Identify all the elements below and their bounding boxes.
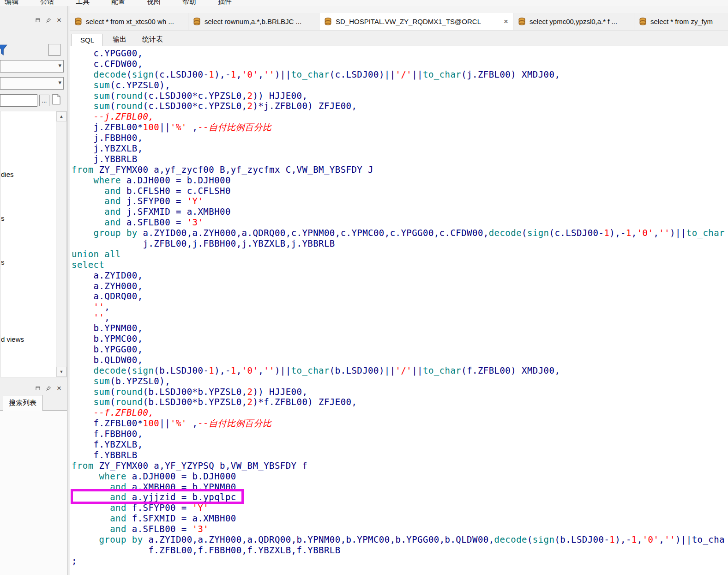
restore-icon[interactable] <box>35 17 41 24</box>
object-browser-sidebar: × ▾ ▾ ... dies s s d views ▲ ▼ × <box>0 6 68 575</box>
code-line[interactable]: --f.ZFBL00, <box>72 407 728 418</box>
new-file-icon[interactable] <box>52 93 61 105</box>
code-line[interactable]: and f.SFXMID = a.XMBH00 <box>72 513 728 524</box>
code-line[interactable]: j.ZFBL00,j.FBBH00,j.YBZXLB,j.YBBRLB <box>72 238 728 249</box>
restore-icon[interactable] <box>35 385 41 392</box>
code-line[interactable]: f.ZFBL00*100||'%' ,--自付比例百分比 <box>72 418 728 429</box>
code-line[interactable]: c.YPGG00, <box>72 48 728 59</box>
chevron-down-icon: ▾ <box>58 79 61 86</box>
browse-ellipsis-button[interactable]: ... <box>39 95 49 106</box>
tab-document-5[interactable]: select * from zy_fym <box>634 13 728 30</box>
scroll-down-icon[interactable]: ▼ <box>56 367 66 377</box>
object-tree[interactable]: dies s s d views ▲ ▼ <box>0 111 67 377</box>
code-line[interactable]: j.FBBH00, <box>72 133 728 143</box>
view-tab-bar: SQL 输出 统计表 <box>70 30 728 46</box>
code-line[interactable]: j.ZFBL00*100||'%' ,--自付比例百分比 <box>72 122 728 133</box>
database-icon <box>193 18 201 25</box>
sql-editor[interactable]: c.YPGG00, c.CFDW00, decode(sign(c.LSDJ00… <box>70 46 728 575</box>
code-line[interactable]: b.YPGG00, <box>72 344 728 355</box>
database-icon <box>74 18 82 25</box>
pin-icon[interactable] <box>45 17 52 24</box>
code-line[interactable]: sum(b.YPZSL0), <box>72 376 728 387</box>
code-line[interactable]: union all <box>72 249 728 260</box>
code-line[interactable]: f.ZFBL00,f.FBBH00,f.YBZXLB,f.YBBRLB <box>72 545 728 556</box>
tab-search-list[interactable]: 搜索列表 <box>3 395 42 411</box>
tab-document-1[interactable]: select * from xt_xtcs00 wh ... <box>70 13 188 30</box>
tab-label: select * from xt_xtcs00 wh ... <box>86 18 174 25</box>
code-line[interactable]: b.YPMC00, <box>72 333 728 344</box>
code-line[interactable]: c.CFDW00, <box>72 59 728 69</box>
code-line[interactable]: and f.SFYP00 = 'Y' <box>72 502 728 513</box>
code-line[interactable]: j.YBZXLB, <box>72 143 728 154</box>
code-line[interactable]: and j.SFYP00 = 'Y' <box>72 196 728 206</box>
browser-option-button[interactable] <box>48 44 60 56</box>
code-line[interactable]: where a.DJH000 = b.DJH000 <box>72 471 728 482</box>
code-line[interactable]: --j.ZFBL00, <box>72 111 728 122</box>
tab-label: select rownum,a.*,b.BRLBJC ... <box>205 18 301 25</box>
code-line[interactable]: and j.SFXMID = a.XMBH00 <box>72 206 728 217</box>
menu-item-session[interactable]: 会话 <box>40 0 54 6</box>
code-line[interactable]: from ZY_FYMX00 a,yf_zycf00 B,yf_zycfmx C… <box>72 164 728 175</box>
code-line[interactable]: sum(round(c.LSDJ00*c.YPZSL0,2)*j.ZFBL00)… <box>72 101 728 111</box>
code-line[interactable]: from ZY_FYMX00 a,YF_YZYPSQ b,VW_BM_YBSFD… <box>72 460 728 471</box>
code-line[interactable]: f.FBBH00, <box>72 429 728 439</box>
scroll-up-icon[interactable]: ▲ <box>56 111 66 121</box>
code-line[interactable]: select <box>72 260 728 270</box>
filter-icon[interactable] <box>0 44 7 56</box>
code-line[interactable]: group by a.ZYID00,a.ZYH000,a.QDRQ00,c.YP… <box>72 228 728 238</box>
code-line[interactable]: sum(round(b.LSDJ00*b.YPZSL0,2)) HJJE00, <box>72 387 728 397</box>
close-tab-icon[interactable]: × <box>500 18 508 25</box>
close-icon[interactable]: × <box>56 17 62 24</box>
toolbar-gap <box>70 6 728 13</box>
code-line[interactable]: a.QDRQ00, <box>72 291 728 302</box>
menu-item-edit[interactable]: 编辑 <box>5 0 18 6</box>
menu-item-tools[interactable]: 工具 <box>76 0 90 6</box>
code-line[interactable]: and a.SFLB00 = '3' <box>72 217 728 228</box>
close-icon[interactable]: × <box>56 385 62 392</box>
code-line[interactable]: a.ZYH000, <box>72 281 728 291</box>
menu-item-view[interactable]: 视图 <box>147 0 161 6</box>
code-line[interactable]: sum(round(b.LSDJ00*b.YPZSL0,2)*f.ZFBL00)… <box>72 397 728 407</box>
code-line[interactable]: and b.CFLSH0 = c.CFLSH0 <box>72 186 728 196</box>
tab-document-2[interactable]: select rownum,a.*,b.BRLBJC ... <box>188 13 319 30</box>
code-line[interactable]: '', <box>72 302 728 312</box>
tree-scrollbar[interactable]: ▲ ▼ <box>56 111 66 377</box>
tab-document-3-active[interactable]: SD_HOSPITAL.VW_ZY_RQDMX1_TS@ORCL × <box>319 13 513 30</box>
code-line[interactable]: sum(c.YPZSL0), <box>72 80 728 91</box>
tab-output[interactable]: 输出 <box>107 33 132 46</box>
tree-item[interactable]: dies <box>1 170 14 178</box>
tab-stats[interactable]: 统计表 <box>136 33 169 46</box>
browser-find-input[interactable] <box>0 94 37 107</box>
chevron-down-icon: ▾ <box>58 62 61 69</box>
menu-item-plugins[interactable]: 插件 <box>218 0 232 6</box>
code-line[interactable]: f.YBBRLB <box>72 450 728 460</box>
code-line[interactable]: ; <box>72 556 728 566</box>
code-line[interactable]: sum(round(c.LSDJ00*c.YPZSL0,2)) HJJE00, <box>72 91 728 101</box>
tab-label: select ypmc00,ypzsl0,a.* f ... <box>529 18 617 25</box>
code-line[interactable]: j.YBBRLB <box>72 154 728 164</box>
code-line[interactable]: where a.DJH000 = b.DJH000 <box>72 175 728 186</box>
tree-item[interactable]: s <box>1 214 5 222</box>
tab-document-4[interactable]: select ypmc00,ypzsl0,a.* f ... <box>513 13 634 30</box>
browser-panel-header: × <box>0 14 65 27</box>
code-line[interactable]: '', <box>72 312 728 323</box>
code-line[interactable]: f.YBZXLB, <box>72 439 728 450</box>
document-tab-bar: select * from xt_xtcs00 wh ... select ro… <box>70 13 728 30</box>
code-line[interactable]: decode(sign(c.LSDJ00-1),-1,'0','')||to_c… <box>72 69 728 80</box>
code-line[interactable]: b.YPNM00, <box>72 323 728 333</box>
code-line[interactable]: and a.yjjzid = b.ypqlpc <box>72 492 728 502</box>
tree-item[interactable]: s <box>1 258 5 266</box>
pin-icon[interactable] <box>45 385 52 392</box>
browser-folder-select[interactable]: ▾ <box>0 77 64 90</box>
code-line[interactable]: b.QLDW00, <box>72 355 728 365</box>
code-line[interactable]: and a.SFLB00 = '3' <box>72 524 728 534</box>
menu-item-config[interactable]: 配置 <box>111 0 125 6</box>
code-line[interactable]: group by a.ZYID00,a.ZYH000,a.QDRQ00,b.YP… <box>72 534 728 545</box>
code-line[interactable]: decode(sign(b.LSDJ00-1),-1,'0','')||to_c… <box>72 365 728 376</box>
tree-item[interactable]: d views <box>1 335 24 343</box>
tab-sql[interactable]: SQL <box>72 34 103 46</box>
code-line[interactable]: a.ZYID00, <box>72 270 728 281</box>
code-line[interactable]: and a.XMBH00 = b.YPNM00 <box>72 482 728 492</box>
menu-item-help[interactable]: 帮助 <box>182 0 196 6</box>
browser-filter-select[interactable]: ▾ <box>0 60 64 73</box>
